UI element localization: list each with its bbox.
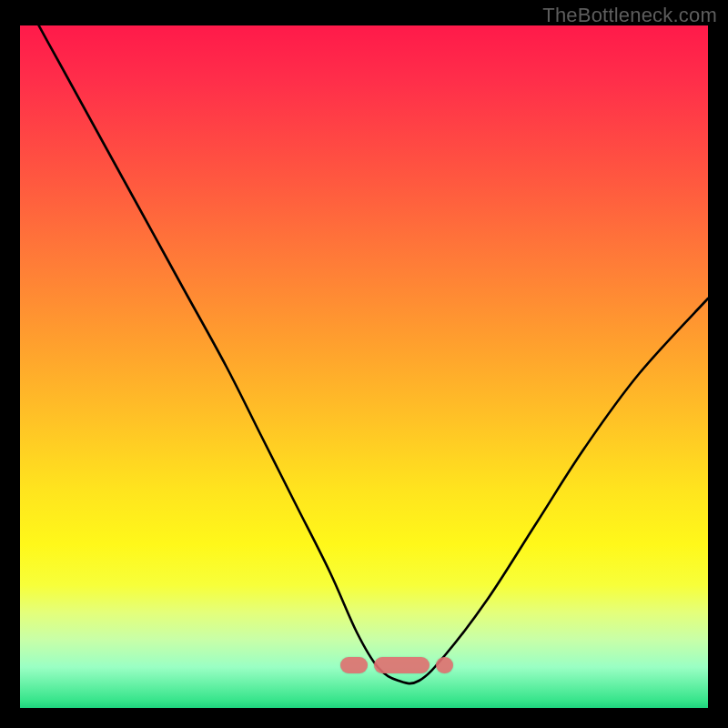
chart-frame: TheBottleneck.com xyxy=(0,0,728,728)
bottleneck-curve xyxy=(20,25,708,708)
watermark-text: TheBottleneck.com xyxy=(542,4,717,27)
ridge-segment xyxy=(374,657,429,673)
ridge-segment xyxy=(436,657,453,673)
ridge-segment xyxy=(340,657,368,673)
plot-area xyxy=(20,25,708,708)
